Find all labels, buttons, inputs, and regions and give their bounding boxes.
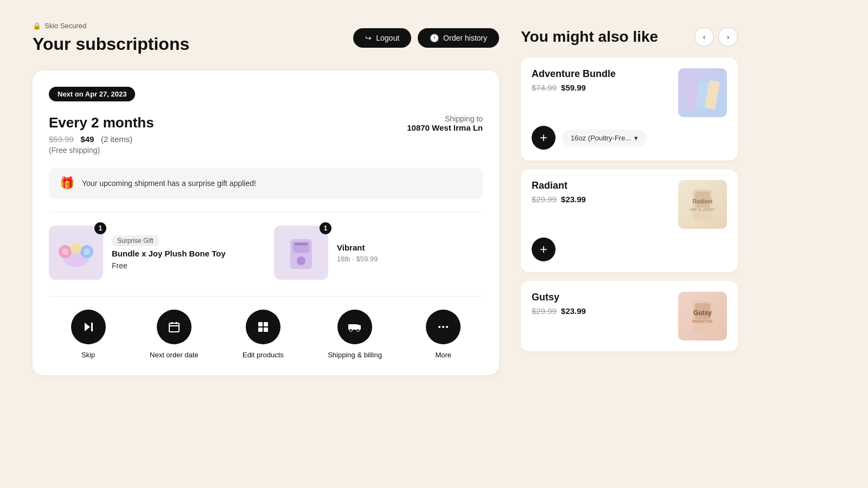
subscription-card: Next on Apr 27, 2023 Every 2 months $59.… xyxy=(33,70,499,375)
surprise-tag: Surprise Gift xyxy=(112,235,159,246)
more-icon xyxy=(437,320,450,333)
product-badge-1: 1 xyxy=(94,222,106,234)
more-button[interactable]: More xyxy=(426,310,461,359)
rec-card-actions-2: + xyxy=(532,237,727,261)
action-buttons: Skip Next order date xyxy=(49,310,483,359)
svg-text:Radiant: Radiant xyxy=(693,198,713,204)
svg-rect-16 xyxy=(258,322,263,326)
page-header: 🔒 Skio Secured Your subscriptions ↪ Logo… xyxy=(33,22,499,54)
variant-chevron-1: ▾ xyxy=(634,134,638,142)
logout-button[interactable]: ↪ Logout xyxy=(353,28,411,48)
gift-text: Your upcoming shipment has a surprise gi… xyxy=(82,179,256,188)
svg-point-26 xyxy=(446,326,448,328)
rec-card-info-2: Radiant $29.99 $23.99 xyxy=(532,180,586,204)
svg-point-4 xyxy=(62,248,68,255)
header-left: 🔒 Skio Secured Your subscriptions xyxy=(33,22,189,54)
subscription-details: Every 2 months $59.99 $49 (2 items) (Fre… xyxy=(49,114,483,155)
rec-card-name-1: Adventure Bundle xyxy=(532,68,616,80)
rec-card-pricing-1: $74.99 $59.99 xyxy=(532,83,616,92)
svg-point-3 xyxy=(71,243,81,254)
product-image-wrapper-2: 1 xyxy=(274,226,328,280)
variant-select-1[interactable]: 16oz (Poultry-Fre... ▾ xyxy=(562,130,647,146)
rec-current-price-2: $23.99 xyxy=(561,195,586,204)
rec-old-price-3: $29.99 xyxy=(532,306,557,316)
more-label: More xyxy=(435,351,451,359)
recommendations-header: You might also like ‹ › xyxy=(521,27,738,47)
shipping-billing-button[interactable]: Shipping & billing xyxy=(328,310,382,359)
svg-rect-17 xyxy=(264,322,268,326)
rec-old-price-1: $74.99 xyxy=(532,83,557,92)
svg-point-23 xyxy=(357,329,360,332)
shipping-billing-label: Shipping & billing xyxy=(328,351,382,359)
product-name-2: Vibrant xyxy=(337,242,378,253)
svg-text:HIP & JOINT: HIP & JOINT xyxy=(690,207,715,212)
rec-card-inner-2: Radiant $29.99 $23.99 Radiant HIP & JOIN… xyxy=(532,180,727,229)
next-date-badge: Next on Apr 27, 2023 xyxy=(49,87,135,101)
product-image-wrapper-1: 1 xyxy=(49,226,103,280)
truck-icon xyxy=(348,320,362,334)
gutsy-illustration: Gutsy DIGESTIVE xyxy=(681,294,724,338)
logout-icon: ↪ xyxy=(365,34,372,42)
product-badge-2: 1 xyxy=(320,222,331,234)
rec-card-name-2: Radiant xyxy=(532,180,586,191)
edit-products-button[interactable]: Edit products xyxy=(242,310,284,359)
svg-rect-20 xyxy=(348,324,356,330)
svg-point-22 xyxy=(350,329,353,332)
skip-icon-circle xyxy=(71,310,106,344)
items-count: (2 items) xyxy=(101,134,132,144)
product-price-1: Free xyxy=(112,261,226,270)
pricing: $59.99 $49 (2 items) xyxy=(49,134,154,144)
rec-current-price-3: $23.99 xyxy=(561,306,586,316)
order-history-button[interactable]: 🕐 Order history xyxy=(418,28,499,48)
next-order-date-label: Next order date xyxy=(150,351,199,359)
svg-point-24 xyxy=(438,326,441,328)
header-buttons: ↪ Logout 🕐 Order history xyxy=(353,28,499,48)
next-arrow-button[interactable]: › xyxy=(718,27,738,47)
product-image-1 xyxy=(49,226,103,280)
grid-icon xyxy=(257,320,270,333)
product-image-2 xyxy=(274,226,328,280)
gift-banner: 🎁 Your upcoming shipment has a surprise … xyxy=(49,168,483,199)
calendar-icon xyxy=(168,320,181,333)
recommendation-card-1: Adventure Bundle $74.99 $59.99 + xyxy=(521,57,738,160)
product-item-1: 1 Surprise Gift Bundle x Joy Plush Bone … xyxy=(49,226,258,280)
grid-icon-circle xyxy=(246,310,280,344)
product-item-2: 1 Vibrant 18lb · $59.99 xyxy=(274,226,483,280)
vibrant-illustration xyxy=(279,231,323,274)
truck-icon-circle xyxy=(337,310,372,344)
divider-1 xyxy=(49,212,483,213)
skip-icon xyxy=(82,320,95,333)
recommendation-card-3: Gutsy $29.99 $23.99 Gutsy DIGESTIVE xyxy=(521,281,738,351)
next-order-date-button[interactable]: Next order date xyxy=(150,310,199,359)
rec-card-name-3: Gutsy xyxy=(532,292,586,303)
secured-text: Skio Secured xyxy=(44,22,86,30)
products-row: 1 Surprise Gift Bundle x Joy Plush Bone … xyxy=(49,226,483,280)
page-title: Your subscriptions xyxy=(33,34,189,54)
skip-label: Skip xyxy=(81,351,95,359)
subscription-left: Every 2 months $59.99 $49 (2 items) (Fre… xyxy=(49,114,154,155)
right-panel: You might also like ‹ › Adventure Bundle… xyxy=(521,22,738,375)
product-info-2: Vibrant 18lb · $59.99 xyxy=(337,242,378,264)
rec-card-inner-1: Adventure Bundle $74.99 $59.99 xyxy=(532,68,727,117)
gift-icon: 🎁 xyxy=(60,176,74,190)
svg-marker-10 xyxy=(85,323,90,331)
prev-arrow-button[interactable]: ‹ xyxy=(694,27,714,47)
rec-card-actions-1: + 16oz (Poultry-Fre... ▾ xyxy=(532,126,727,150)
more-icon-circle xyxy=(426,310,461,344)
lock-icon: 🔒 xyxy=(33,22,41,30)
skip-button[interactable]: Skip xyxy=(71,310,106,359)
rec-old-price-2: $29.99 xyxy=(532,195,557,204)
rec-card-info-3: Gutsy $29.99 $23.99 xyxy=(532,292,586,316)
add-radiant-button[interactable]: + xyxy=(532,237,556,261)
history-icon: 🕐 xyxy=(430,34,439,42)
toy-illustration xyxy=(54,231,98,274)
svg-rect-11 xyxy=(91,323,93,331)
product-name-1: Bundle x Joy Plush Bone Toy xyxy=(112,248,226,259)
secured-label: 🔒 Skio Secured xyxy=(33,22,189,30)
old-price: $59.99 xyxy=(49,134,74,144)
radiant-illustration: Radiant HIP & JOINT xyxy=(681,183,724,226)
add-adventure-button[interactable]: + xyxy=(532,126,556,150)
left-panel: 🔒 Skio Secured Your subscriptions ↪ Logo… xyxy=(33,22,499,375)
rec-card-inner-3: Gutsy $29.99 $23.99 Gutsy DIGESTIVE xyxy=(532,292,727,341)
new-price: $49 xyxy=(80,134,94,144)
